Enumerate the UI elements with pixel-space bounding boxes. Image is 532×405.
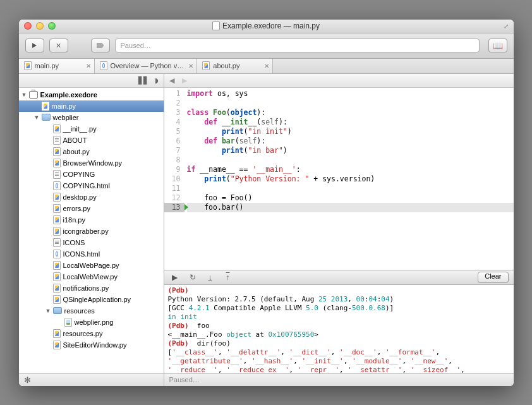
tree-item[interactable]: ABOUT [19,135,164,146]
debug-toolbar: ▶ ↻ ↓ ↑ Clear [164,270,514,285]
tree-item[interactable]: ▼webplier [19,112,164,123]
file-icon [53,227,61,236]
step-over-button[interactable]: ↻ [187,272,198,282]
tree-item-label: __init__.py [63,125,97,133]
tree-item-label: resources [64,307,95,315]
tree-item[interactable]: COPYING.html [19,180,164,191]
tree-item[interactable]: ICONS.html [19,248,164,260]
tree-item[interactable]: ICONS [19,237,164,248]
file-icon [53,181,61,190]
clear-button[interactable]: Clear [478,272,508,283]
tree-item[interactable]: errors.py [19,203,164,214]
tab-main-py[interactable]: main.py✕ [19,59,95,73]
tab-label: main.py [35,62,59,70]
folder-view-icon[interactable]: ▋▋ [138,76,148,85]
close-tab-icon[interactable]: ✕ [264,63,269,70]
tree-item[interactable]: BrowserWindow.py [19,157,164,169]
project-name: Example.exedore [40,91,98,99]
file-icon [24,61,32,70]
tree-item-label: main.py [52,102,76,110]
file-icon [53,124,61,133]
tab-overview-python-v-[interactable]: Overview — Python v…✕ [95,59,198,73]
file-icon [202,61,210,70]
step-out-button[interactable]: ↑ [222,272,234,282]
tab-label: Overview — Python v… [111,62,184,70]
tree-item[interactable]: resources.py [19,328,164,339]
tree-item[interactable]: ▼resources [19,305,164,317]
tree-item[interactable]: desktop.py [19,191,164,203]
code-editor[interactable]: 12345678910111213 import os, sys class F… [164,88,514,270]
tree-item[interactable]: notifications.py [19,282,164,294]
tree-item[interactable]: LocalWebPage.py [19,260,164,271]
close-icon[interactable] [24,22,32,30]
file-icon [53,238,61,247]
breakpoint-button[interactable] [91,39,110,52]
gear-icon[interactable]: ✻ [24,375,31,385]
bookmarks-button[interactable]: 📖 [488,39,507,52]
tree-item[interactable]: LocalWebView.py [19,271,164,282]
file-icon [53,295,61,304]
tree-item-label: desktop.py [63,193,97,201]
tree-item-label: COPYING.html [63,182,111,190]
stop-button[interactable] [49,39,68,52]
sidebar-statusbar: ✻ [19,373,164,386]
project-icon [29,91,38,99]
continue-button[interactable]: ▶ [169,272,181,282]
tree-item-label: ICONS.html [63,250,100,258]
nav-forward-icon[interactable]: ▶ [182,76,187,85]
gutter[interactable]: 12345678910111213 [164,88,184,270]
tab-strip: main.py✕Overview — Python v…✕about.py✕ [19,59,514,74]
code-area[interactable]: import os, sys class Foo(object): def __… [184,88,514,270]
tree-item[interactable]: SiteEditorWindow.py [19,339,164,351]
sidebar-toolbar: ▋▋ ◗ [19,74,164,88]
close-tab-icon[interactable]: ✕ [188,63,193,70]
sidebar: ▋▋ ◗ ▼ Example.exedore main.py▼webplier_… [19,74,164,386]
tree-item[interactable]: about.py [19,146,164,157]
window-title: Example.exedore — main.py [19,21,514,30]
file-tree[interactable]: ▼ Example.exedore main.py▼webplier__init… [19,88,164,373]
tree-item-label: LocalWebPage.py [63,262,119,269]
main-pane: ◀ ▶ 12345678910111213 import os, sys cla… [164,74,514,386]
file-icon [64,318,72,327]
titlebar: Example.exedore — main.py ⤢ [19,20,514,33]
tree-item[interactable]: webplier.png [19,317,164,328]
file-icon [42,102,49,111]
status-field[interactable]: Paused… [115,39,480,52]
fullscreen-icon[interactable]: ⤢ [504,23,509,30]
close-tab-icon[interactable]: ✕ [86,63,91,70]
minimize-icon[interactable] [36,22,44,30]
tag-view-icon[interactable]: ◗ [155,76,159,85]
tree-item-label: about.py [63,148,90,155]
tree-item-label: ICONS [63,239,85,246]
zoom-icon[interactable] [48,22,56,30]
tree-root[interactable]: ▼ Example.exedore [19,89,164,100]
tree-item[interactable]: main.py [19,100,164,112]
debug-console[interactable]: (Pdb) Python Version: 2.7.5 (default, Au… [164,285,514,373]
tree-item[interactable]: COPYING [19,169,164,180]
tree-item-label: BrowserWindow.py [63,159,123,167]
file-icon [53,136,61,145]
tab-about-py[interactable]: about.py✕ [197,59,273,73]
app-window: Example.exedore — main.py ⤢ Paused… 📖 ma… [19,20,514,386]
tree-item-label: COPYING [63,171,95,178]
file-icon [53,215,61,224]
file-icon [53,284,61,293]
tree-item[interactable]: __init__.py [19,123,164,135]
tree-item-label: notifications.py [63,284,109,292]
tab-label: about.py [213,62,239,70]
tree-item[interactable]: icongrabber.py [19,226,164,237]
nav-back-icon[interactable]: ◀ [169,76,174,85]
tree-item[interactable]: QSingleApplication.py [19,294,164,305]
main-statusbar: Paused… [164,373,514,386]
folder-icon [42,114,51,121]
step-in-button[interactable]: ↓ [205,272,216,282]
file-icon [53,204,61,213]
tree-item[interactable]: i18n.py [19,214,164,226]
run-button[interactable] [25,39,44,52]
tree-item-label: webplier [53,114,79,121]
tree-item-label: LocalWebView.py [63,273,118,281]
tree-item-label: webplier.png [75,318,114,326]
toolbar: Paused… 📖 [19,33,514,59]
file-icon [53,250,61,258]
document-icon [212,21,220,30]
